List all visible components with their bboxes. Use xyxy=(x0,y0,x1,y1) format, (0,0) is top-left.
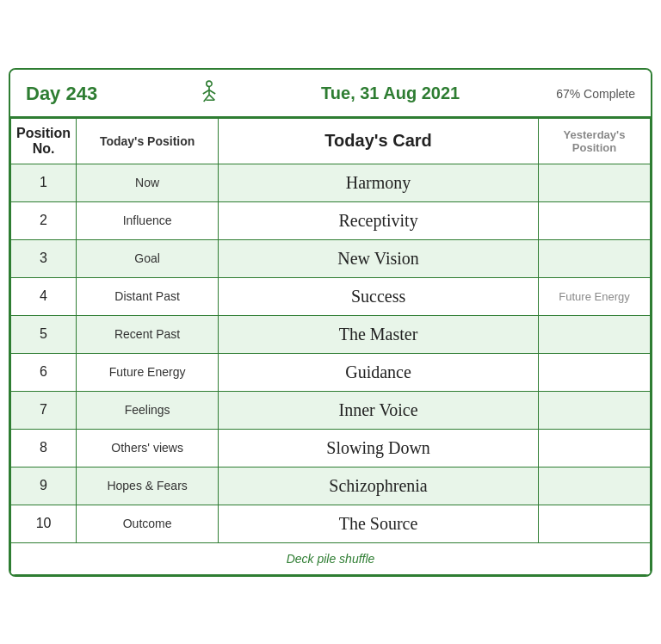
col-header-today-pos: Today's Position xyxy=(77,118,219,164)
table-row: 4 Distant Past Success Future Energy xyxy=(11,277,651,315)
table-row: 10 Outcome The Source xyxy=(11,505,651,542)
cell-pos-no: 4 xyxy=(11,277,77,315)
cell-pos-no: 1 xyxy=(11,164,77,201)
col-header-pos-no: Position No. xyxy=(11,118,77,164)
table-row: 2 Influence Receptivity xyxy=(11,201,651,239)
cell-today-pos: Hopes & Fears xyxy=(77,467,219,505)
cell-today-card: Guidance xyxy=(219,353,539,391)
cell-pos-no: 9 xyxy=(11,467,77,505)
table-row: 7 Feelings Inner Voice xyxy=(11,391,651,429)
cell-pos-no: 2 xyxy=(11,201,77,239)
cell-today-pos: Recent Past xyxy=(77,315,219,353)
complete-label: 67% Complete xyxy=(556,87,635,101)
cell-pos-no: 8 xyxy=(11,429,77,467)
cell-pos-no: 6 xyxy=(11,353,77,391)
svg-line-2 xyxy=(203,90,209,94)
cell-pos-no: 5 xyxy=(11,315,77,353)
cell-today-card: Schizophrenia xyxy=(219,467,539,505)
table-row: 1 Now Harmony xyxy=(11,164,651,201)
date-label: Tue, 31 Aug 2021 xyxy=(321,84,460,103)
cell-today-card: Success xyxy=(219,277,539,315)
cell-yesterday-pos xyxy=(539,429,651,467)
svg-line-3 xyxy=(209,90,215,94)
cell-today-pos: Influence xyxy=(77,201,219,239)
table-header-row: Position No. Today's Position Today's Ca… xyxy=(11,118,651,164)
cell-today-pos: Future Energy xyxy=(77,353,219,391)
cell-today-card: The Source xyxy=(219,505,539,542)
main-card: Day 243 Tue, 31 Aug 2021 67% Comple xyxy=(9,68,652,577)
cell-yesterday-pos xyxy=(539,164,651,201)
cell-today-pos: Others' views xyxy=(77,429,219,467)
footer-text: Deck pile shuffle xyxy=(11,542,651,574)
table-row: 9 Hopes & Fears Schizophrenia xyxy=(11,467,651,505)
col-header-today-card: Today's Card xyxy=(219,118,539,164)
cell-today-card: Slowing Down xyxy=(219,429,539,467)
table-row: 8 Others' views Slowing Down xyxy=(11,429,651,467)
cell-today-pos: Now xyxy=(77,164,219,201)
table-row: 3 Goal New Vision xyxy=(11,239,651,277)
cell-today-pos: Distant Past xyxy=(77,277,219,315)
svg-line-5 xyxy=(209,94,214,99)
cell-pos-no: 10 xyxy=(11,505,77,542)
cell-pos-no: 7 xyxy=(11,391,77,429)
cell-today-pos: Feelings xyxy=(77,391,219,429)
cell-pos-no: 3 xyxy=(11,239,77,277)
svg-point-0 xyxy=(207,81,212,86)
main-table: Position No. Today's Position Today's Ca… xyxy=(10,118,651,575)
cell-yesterday-pos: Future Energy xyxy=(539,277,651,315)
cell-yesterday-pos xyxy=(539,239,651,277)
cell-yesterday-pos xyxy=(539,201,651,239)
cell-yesterday-pos xyxy=(539,505,651,542)
table-row: 5 Recent Past The Master xyxy=(11,315,651,353)
cell-yesterday-pos xyxy=(539,467,651,505)
yoga-icon xyxy=(194,78,225,109)
day-label: Day 243 xyxy=(26,83,97,105)
cell-today-card: Inner Voice xyxy=(219,391,539,429)
header: Day 243 Tue, 31 Aug 2021 67% Comple xyxy=(10,70,651,118)
cell-yesterday-pos xyxy=(539,353,651,391)
footer-row: Deck pile shuffle xyxy=(11,542,651,574)
cell-yesterday-pos xyxy=(539,391,651,429)
cell-today-card: The Master xyxy=(219,315,539,353)
table-row: 6 Future Energy Guidance xyxy=(11,353,651,391)
col-header-yesterday-pos: Yesterday's Position xyxy=(539,118,651,164)
cell-today-card: Harmony xyxy=(219,164,539,201)
cell-yesterday-pos xyxy=(539,315,651,353)
cell-today-card: Receptivity xyxy=(219,201,539,239)
cell-today-card: New Vision xyxy=(219,239,539,277)
cell-today-pos: Outcome xyxy=(77,505,219,542)
cell-today-pos: Goal xyxy=(77,239,219,277)
